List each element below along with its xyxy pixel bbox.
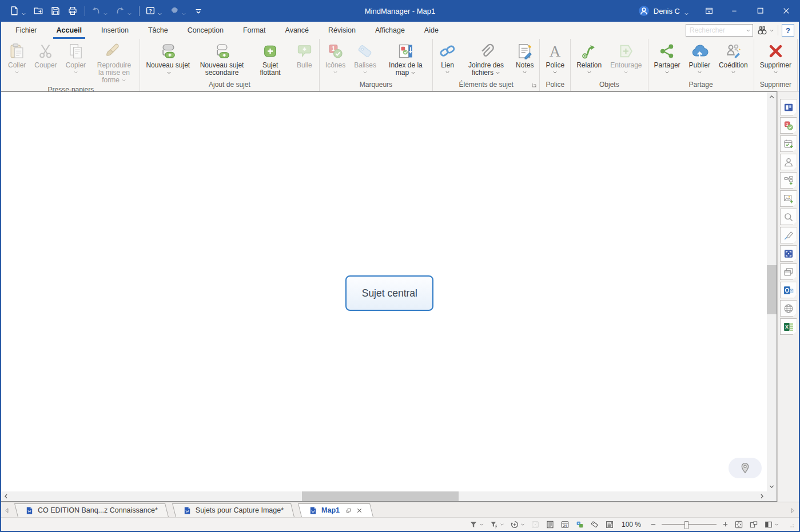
search-combobox[interactable] [686, 24, 753, 37]
new-document-button[interactable] [7, 3, 29, 19]
zoom-in-button[interactable] [720, 519, 730, 530]
customize-qat-button[interactable] [191, 3, 206, 19]
partager-button[interactable]: Partager [650, 40, 684, 75]
ribbon-display-options-button[interactable] [696, 0, 722, 22]
resources-pane-button[interactable] [780, 154, 797, 170]
panels-button[interactable] [761, 520, 782, 529]
icons-view-button[interactable] [572, 520, 587, 529]
account-menu[interactable]: Denis C [631, 0, 696, 22]
task-info-pane-button[interactable] [780, 135, 797, 152]
horizontal-scrollbar[interactable] [1, 491, 767, 501]
vertical-scroll-thumb[interactable] [767, 265, 777, 314]
notes-button[interactable]: Notes [512, 40, 538, 75]
tab-fichier[interactable]: Fichier [12, 23, 41, 39]
save-button[interactable] [48, 3, 63, 19]
map-canvas[interactable]: Sujet central [1, 91, 777, 502]
tab-affichage[interactable]: Affichage [372, 23, 408, 39]
zoom-out-button[interactable] [648, 519, 658, 530]
search-pane-button[interactable] [780, 209, 797, 225]
tab-insertion[interactable]: Insertion [98, 23, 132, 39]
status-window-tools [731, 520, 782, 529]
ribbon: Coller Couper Copier Reproduire [1, 39, 799, 91]
resize-grip[interactable] [786, 520, 795, 529]
print-button[interactable] [65, 3, 80, 19]
vertical-scrollbar[interactable] [767, 92, 777, 491]
map-parts-pane-button[interactable] [780, 99, 797, 115]
tab-format[interactable]: Format [240, 23, 269, 39]
tags-view-button[interactable] [587, 520, 602, 529]
document-tab[interactable]: Sujets pour Capture Image* [174, 503, 293, 517]
scroll-down-button[interactable] [767, 482, 777, 491]
ribbon-group-presse-papiers: Coller Couper Copier Reproduire [2, 39, 140, 91]
tab-tache[interactable]: Tâche [145, 23, 172, 39]
open-button[interactable] [31, 3, 46, 19]
help-question-button[interactable]: ? [782, 24, 794, 37]
joindre-fichiers-button[interactable]: Joindre des fichiers [461, 40, 511, 77]
excel-pane-button[interactable]: X [780, 318, 797, 335]
location-pin-button[interactable] [729, 458, 762, 478]
search-input[interactable] [688, 25, 743, 35]
outline-view-button[interactable] [543, 520, 558, 529]
scroll-right-button[interactable] [757, 491, 767, 501]
publier-button[interactable]: Publier [685, 40, 714, 75]
filter-button[interactable] [466, 520, 487, 529]
delete-x-icon [767, 42, 785, 60]
window-layout-button[interactable] [746, 520, 761, 529]
minimize-button[interactable] [722, 0, 747, 22]
walkthrough-button[interactable] [507, 520, 528, 529]
undo-button [82, 3, 110, 19]
close-tab-icon[interactable] [356, 507, 363, 514]
dialog-launcher-icon[interactable] [531, 82, 538, 89]
tab-aide[interactable]: Aide [421, 23, 442, 39]
vertical-scroll-track[interactable] [767, 102, 777, 482]
schedule-view-button[interactable]: 24 [558, 520, 572, 529]
help-button[interactable]: ? [137, 3, 165, 19]
format-pane-button[interactable] [780, 227, 797, 243]
zoom-slider[interactable] [662, 519, 717, 530]
library-pane-button[interactable] [780, 190, 797, 207]
close-button[interactable] [773, 0, 799, 22]
capture-pane-button[interactable] [780, 245, 797, 262]
nouveau-sujet-button[interactable]: Nouveau sujet [142, 40, 194, 77]
tab-conception[interactable]: Conception [184, 23, 227, 39]
document-tab[interactable]: CO EDITION Banq...z Connaissance* [16, 503, 167, 517]
chevron-down-icon[interactable] [746, 28, 751, 33]
float-tab-icon[interactable] [345, 507, 352, 514]
tab-avance[interactable]: Avancé [282, 23, 312, 39]
map-outline-pane-button[interactable] [780, 172, 797, 189]
outlook-pane-button[interactable] [780, 282, 797, 298]
scroll-up-button[interactable] [767, 92, 777, 102]
document-icon [25, 506, 34, 515]
power-filter-button[interactable] [487, 520, 507, 529]
central-topic[interactable]: Sujet central [345, 275, 433, 311]
coedition-button[interactable]: Coédition [715, 40, 752, 75]
relation-button[interactable]: Relation [572, 40, 606, 75]
tab-revision[interactable]: Révision [325, 23, 359, 39]
nouveau-sujet-secondaire-button[interactable]: Nouveau sujet secondaire [195, 40, 249, 77]
index-map-button[interactable]: Index de la map [381, 40, 431, 77]
scroll-left-button[interactable] [1, 491, 11, 501]
index-view-button[interactable] [602, 520, 617, 529]
horizontal-scroll-thumb[interactable] [302, 491, 459, 501]
lien-button[interactable]: Lien [435, 40, 460, 75]
documents-pane-button[interactable] [780, 263, 797, 280]
supprimer-button[interactable]: Supprimer [756, 40, 795, 75]
title-bar: ? MindManager - Map1 Denis C [1, 0, 799, 22]
horizontal-scroll-track[interactable] [11, 491, 757, 501]
web-pane-button[interactable] [780, 300, 797, 317]
police-button[interactable]: A Police [542, 40, 568, 75]
advanced-search-button[interactable] [757, 25, 774, 36]
tab-scroll-left-button[interactable] [1, 503, 13, 517]
document-icon [183, 506, 192, 515]
icon-markers-pane-button[interactable]: 1 [780, 117, 797, 134]
zoom-slider-thumb[interactable] [684, 521, 688, 529]
fit-map-button[interactable] [731, 520, 746, 529]
tab-accueil[interactable]: Accueil [53, 23, 85, 39]
ribbon-group-label: Partage [650, 79, 752, 91]
maximize-button[interactable] [747, 0, 773, 22]
tab-scroll-right-button[interactable] [786, 503, 798, 517]
quick-access-toolbar: ? [1, 3, 206, 19]
sujet-flottant-button[interactable]: Sujet flottant [249, 40, 291, 77]
chevron-right-icon [759, 493, 765, 499]
document-tab-active[interactable]: Map1 [300, 503, 372, 517]
